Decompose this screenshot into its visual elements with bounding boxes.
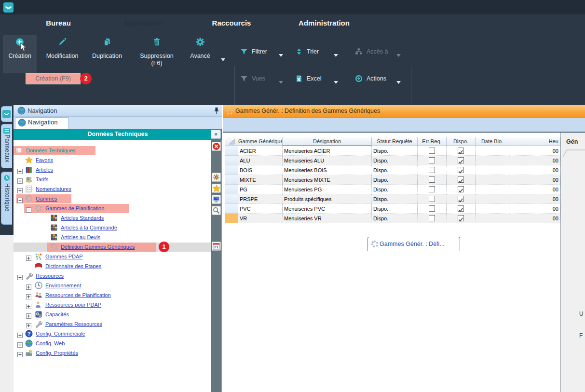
column-header-date_blo[interactable]: Date Blo. bbox=[476, 137, 509, 146]
dock-tab-historique[interactable]: Historique bbox=[1, 172, 12, 225]
chevron-down-icon[interactable] bbox=[334, 77, 338, 86]
tree-item-config-propri-t-s[interactable]: Config. Propriétés bbox=[36, 350, 78, 356]
tree-item-ressources-pour-pdap[interactable]: Ressources pour PDAP bbox=[45, 302, 101, 308]
checkbox-checked[interactable] bbox=[458, 157, 464, 163]
table-cell-designation[interactable]: Menuiseries VR bbox=[283, 214, 372, 223]
checkbox-unchecked[interactable] bbox=[429, 196, 435, 202]
table-cell-dispo[interactable] bbox=[447, 194, 476, 204]
tree-item-param-tres-ressources[interactable]: Paramètres Ressources bbox=[45, 321, 102, 327]
ribbon-tab-raccourcis[interactable]: Raccourcis bbox=[212, 17, 251, 29]
table-cell-statut[interactable]: Dispo. bbox=[372, 175, 418, 185]
tree-item-capacit-s[interactable]: Capacités bbox=[45, 311, 69, 317]
checkbox-unchecked[interactable] bbox=[429, 186, 435, 192]
row-selector-cell[interactable] bbox=[225, 194, 238, 204]
modification-button[interactable]: Modification bbox=[46, 52, 79, 60]
excel-button[interactable]: Excel bbox=[307, 74, 322, 83]
table-cell-heu[interactable]: 00 bbox=[509, 146, 560, 156]
expand-icon[interactable] bbox=[17, 331, 23, 337]
checkbox-checked[interactable] bbox=[458, 205, 464, 212]
tree-item-articles-la-commande[interactable]: Articles à la Commande bbox=[61, 225, 117, 230]
table-cell-gamme[interactable]: MIXTE bbox=[238, 175, 283, 185]
table-cell-heu[interactable]: 00 bbox=[509, 185, 560, 194]
table-cell-gamme[interactable]: PG bbox=[238, 185, 283, 194]
table-cell-heu[interactable]: 00 bbox=[509, 204, 560, 214]
table-cell-err_req[interactable] bbox=[418, 214, 447, 223]
checkbox-unchecked[interactable] bbox=[429, 215, 435, 221]
close-red-button[interactable] bbox=[212, 142, 221, 151]
row-selector-cell[interactable] bbox=[225, 185, 238, 194]
table-cell-dispo[interactable] bbox=[447, 146, 476, 156]
table-cell-heu[interactable]: 00 bbox=[509, 165, 560, 175]
expand-icon[interactable] bbox=[26, 293, 31, 298]
duplication-button[interactable]: Duplication bbox=[92, 52, 122, 60]
chevron-down-icon[interactable] bbox=[221, 54, 225, 63]
checkbox-unchecked[interactable] bbox=[429, 167, 435, 173]
table-cell-heu[interactable]: 00 bbox=[509, 214, 560, 223]
table-cell-err_req[interactable] bbox=[418, 204, 447, 214]
table-cell-heu[interactable]: 00 bbox=[509, 175, 560, 185]
table-cell-statut[interactable]: Dispo. bbox=[372, 194, 418, 204]
dock-tab-home[interactable] bbox=[1, 106, 12, 122]
table-cell-heu[interactable]: 00 bbox=[509, 194, 560, 204]
expand-icon[interactable] bbox=[17, 177, 23, 182]
dock-tab-panneaux[interactable]: Panneaux bbox=[1, 124, 12, 168]
actions-button[interactable]: Actions bbox=[367, 74, 386, 83]
collapse-panel-button[interactable]: » bbox=[211, 130, 221, 139]
row-selector-cell[interactable] bbox=[225, 146, 238, 156]
tree-item-ressources-de-planification[interactable]: Ressources de Planification bbox=[45, 292, 111, 298]
column-header-gamme[interactable]: Gamme Générique bbox=[238, 137, 283, 146]
table-cell-gamme[interactable]: ACIER bbox=[238, 146, 283, 156]
tree-item-config-web[interactable]: Config. Web bbox=[36, 340, 65, 346]
collapse-icon[interactable] bbox=[26, 206, 31, 211]
table-cell-err_req[interactable] bbox=[418, 165, 447, 175]
column-header-designation[interactable]: Désignation bbox=[283, 137, 372, 146]
table-cell-err_req[interactable] bbox=[418, 175, 447, 185]
tree-item-articles-standards[interactable]: Articles Standards bbox=[61, 215, 104, 221]
row-selector-cell[interactable] bbox=[225, 175, 238, 185]
tree-item-gammes-de-planification[interactable]: Gammes de Planification bbox=[45, 205, 104, 211]
table-cell-date_blo[interactable] bbox=[476, 204, 509, 214]
table-cell-dispo[interactable] bbox=[447, 185, 476, 194]
detail-panel-tab-general[interactable]: Gén bbox=[566, 138, 578, 145]
table-cell-statut[interactable]: Dispo. bbox=[372, 146, 418, 156]
table-cell-gamme[interactable]: VR bbox=[238, 214, 283, 223]
avancé-button[interactable]: Avancé bbox=[190, 52, 210, 60]
column-header-dispo[interactable]: Dispo. bbox=[447, 137, 476, 146]
table-cell-gamme[interactable]: PVC bbox=[238, 204, 283, 214]
table-cell-dispo[interactable] bbox=[447, 204, 476, 214]
row-selector-cell[interactable] bbox=[225, 165, 238, 175]
table-cell-gamme[interactable]: BOIS bbox=[238, 165, 283, 175]
création-button[interactable]: Création bbox=[8, 52, 31, 60]
settings-gear-button[interactable] bbox=[212, 173, 221, 182]
column-header-heu[interactable]: Heu bbox=[509, 137, 560, 146]
table-cell-date_blo[interactable] bbox=[476, 156, 509, 165]
collapse-icon[interactable] bbox=[17, 273, 23, 279]
table-cell-designation[interactable]: Menuiseries PG bbox=[283, 185, 372, 194]
table-corner-cell[interactable] bbox=[225, 137, 238, 146]
tree-item-gammes-pdap[interactable]: Gammes PDAP bbox=[45, 254, 83, 259]
expand-icon[interactable] bbox=[26, 322, 31, 327]
expand-icon[interactable] bbox=[26, 302, 31, 308]
ribbon-tab-administration[interactable]: Administration bbox=[299, 17, 350, 29]
table-cell-date_blo[interactable] bbox=[476, 146, 509, 156]
table-cell-designation[interactable]: Menuiseries ACIER bbox=[283, 146, 372, 156]
row-selector-cell[interactable] bbox=[225, 204, 238, 214]
checkbox-checked[interactable] bbox=[458, 215, 464, 221]
suppression-button[interactable]: Suppression bbox=[140, 52, 174, 60]
table-cell-statut[interactable]: Dispo. bbox=[372, 165, 418, 175]
checkbox-checked[interactable] bbox=[458, 148, 464, 154]
expand-icon[interactable] bbox=[26, 312, 31, 317]
tree-item-config-commerciale[interactable]: Config. Commerciale bbox=[36, 331, 85, 337]
table-cell-designation[interactable]: Menuiseries ALU bbox=[283, 156, 372, 165]
collapse-icon[interactable] bbox=[17, 196, 23, 202]
table-cell-err_req[interactable] bbox=[418, 156, 447, 165]
expand-icon[interactable] bbox=[17, 351, 23, 356]
expand-icon[interactable] bbox=[17, 167, 23, 173]
tree-item-donn-es-techniques[interactable]: Données Techniques bbox=[26, 148, 76, 153]
checkbox-checked[interactable] bbox=[458, 167, 464, 173]
table-cell-designation[interactable]: Menuiseries BOIS bbox=[283, 165, 372, 175]
table-cell-date_blo[interactable] bbox=[476, 165, 509, 175]
tree-item-tarifs[interactable]: Tarifs bbox=[36, 176, 48, 182]
favorites-star-button[interactable] bbox=[212, 184, 221, 193]
screen-button[interactable] bbox=[212, 195, 221, 204]
